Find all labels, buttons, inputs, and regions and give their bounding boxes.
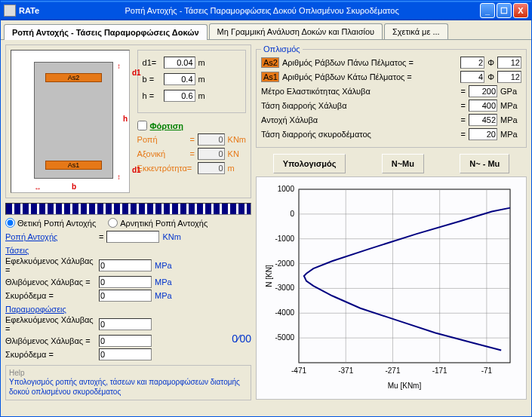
svg-text:-4000: -4000 <box>275 308 294 317</box>
maximize-button[interactable]: ☐ <box>497 3 512 18</box>
cross-section-panel: As2 As1 h b d1 d1 ↕ ↕ ↔ d1= m <box>5 44 251 198</box>
moment-input <box>198 133 225 146</box>
concrete-stress-output <box>99 290 152 302</box>
help-box: Help Υπολογισμός ροπής αντοχής, τάσεων κ… <box>5 365 251 400</box>
loading-box: Φόρτιση Ροπή = KNm Αξονική = KN <box>137 121 246 174</box>
chart-svg: -471-371-271-171-71-5000-4000-3000-2000-… <box>261 182 518 393</box>
compression-steel-label: Θλιβόμενος Χάλυβας = <box>5 277 96 287</box>
compression-strain-label: Θλιβόμενος Χάλυβας = <box>5 336 96 345</box>
neg-moment-radio[interactable]: Αρνητική Ροπή Αντοχής <box>108 218 208 228</box>
tension-steel-output <box>99 259 152 271</box>
titlebar: RATe Ροπή Αντοχής - Τάσεις Παραμορφώσεις… <box>1 1 531 20</box>
help-title: Help <box>9 369 248 377</box>
ecc-unit: m <box>228 164 235 173</box>
interaction-chart: -471-371-271-171-71-5000-4000-3000-2000-… <box>256 176 527 400</box>
moment-label: Ροπή <box>137 135 190 144</box>
b-unit: m <box>198 75 209 84</box>
pos-moment-radio[interactable]: Θετική Ροπή Αντοχής <box>5 218 96 228</box>
tension-strain-label: Εφελκυόμενος Χάλυβας = <box>5 315 96 333</box>
dim-b-label: b <box>72 182 76 191</box>
calculate-button[interactable]: Υπολογισμός <box>273 154 346 173</box>
fc-input[interactable] <box>469 128 497 140</box>
fy-input[interactable] <box>469 100 497 112</box>
n-mu-button[interactable]: N~Mu <box>382 154 424 173</box>
tab-moment-resistance[interactable]: Ροπή Αντοχής - Τάσεις Παραμορφώσεις Δοκώ… <box>4 24 208 40</box>
svg-text:-2000: -2000 <box>275 259 294 268</box>
permil-unit: 0⁄00 <box>232 333 251 345</box>
arrow-icon: ↕ <box>117 62 121 70</box>
moment-sign-radios: Θετική Ροπή Αντοχής Αρνητική Ροπή Αντοχή… <box>5 218 251 228</box>
axial-unit: KN <box>228 149 239 158</box>
bot-bars-diameter-input[interactable] <box>497 71 521 83</box>
ecc-label: Εκκεντρότητα= <box>137 164 198 173</box>
concrete-strain-label: Σκυρόδεμα = <box>5 350 96 359</box>
dim-d1-bot: d1 <box>132 166 141 174</box>
h-label: h = <box>143 91 161 100</box>
loading-checkbox[interactable] <box>137 121 147 130</box>
svg-text:-271: -271 <box>385 366 400 375</box>
beam-diagram: As2 As1 h b d1 d1 ↕ ↕ ↔ <box>11 50 130 193</box>
b-label: b = <box>143 75 161 84</box>
svg-text:0: 0 <box>290 210 294 218</box>
top-bars-label: Αριθμός Ράβδων Πάνω Πέλματος = <box>282 58 457 67</box>
svg-text:1000: 1000 <box>278 185 295 193</box>
dimension-inputs: d1= m b = m h = m <box>137 50 246 113</box>
action-buttons: Υπολογισμός N~Mu N~ - Mu <box>256 151 527 176</box>
d1-label: d1= <box>143 58 161 67</box>
svg-text:-71: -71 <box>481 366 493 375</box>
h-input[interactable] <box>164 90 195 102</box>
tension-steel-label: Εφελκυόμενος Χάλυβας = <box>5 256 96 274</box>
E-label: Μέτρο Ελαστικότητας Χάλυβα <box>261 87 458 96</box>
svg-text:-371: -371 <box>338 366 353 375</box>
arrow-icon: ↕ <box>117 173 121 181</box>
moment-resistance-output <box>106 231 159 243</box>
close-button[interactable]: X <box>513 3 528 18</box>
svg-text:-171: -171 <box>432 366 447 375</box>
as2-tag: As2 <box>261 57 279 68</box>
reinforcement-legend: Οπλισμός <box>261 44 303 54</box>
window-subtitle: Ροπή Αντοχής - Τάσεις Παραμορφώσεις Δοκο… <box>44 6 480 15</box>
fu-label: Αντοχή Χάλυβα <box>261 115 458 124</box>
ra-unit: KNm <box>162 232 180 241</box>
bot-bars-count-input[interactable] <box>460 71 484 83</box>
compression-strain-output <box>99 335 152 347</box>
tension-strain-output <box>99 318 152 330</box>
axial-label: Αξονική <box>137 149 190 158</box>
rebar-bottom-icon: As1 <box>45 161 102 170</box>
top-bars-count-input[interactable] <box>460 57 484 69</box>
fy-label: Τάση διαρροής Χάλυβα <box>261 101 458 110</box>
app-name: RATe <box>19 6 39 15</box>
strains-title: Παραμορφώσεις <box>5 305 251 314</box>
svg-text:-471: -471 <box>291 366 306 375</box>
compression-steel-output <box>99 276 152 288</box>
d1-input[interactable] <box>164 57 195 69</box>
stresses-title: Τάσεις <box>5 246 251 255</box>
as1-tag: As1 <box>261 72 279 82</box>
dim-d1-top: d1 <box>132 69 141 77</box>
app-icon <box>4 5 16 17</box>
svg-text:-5000: -5000 <box>275 333 294 342</box>
fc-label: Τάση διαρροής σκυροδέματος <box>261 130 458 139</box>
E-input[interactable] <box>469 85 497 97</box>
svg-text:Mu [KNm]: Mu [KNm] <box>388 382 422 390</box>
minimize-button[interactable]: _ <box>480 3 495 18</box>
h-unit: m <box>198 91 209 100</box>
n-neg-mu-button[interactable]: N~ - Mu <box>460 154 509 173</box>
bot-bars-label: Αριθμός Ράβδων Κάτω Πέλματος = <box>282 72 457 81</box>
dim-h-label: h <box>123 115 128 123</box>
tab-bar: Ροπή Αντοχής - Τάσεις Παραμορφώσεις Δοκώ… <box>1 20 531 40</box>
d1-unit: m <box>198 58 209 67</box>
progress-bar <box>5 203 251 215</box>
rebar-top-icon: As2 <box>45 73 102 82</box>
loading-title: Φόρτιση <box>150 121 183 130</box>
top-bars-diameter-input[interactable] <box>497 57 521 69</box>
svg-text:-3000: -3000 <box>275 284 294 292</box>
fu-input[interactable] <box>469 114 497 126</box>
tab-about[interactable]: Σχετικά με ... <box>384 23 448 39</box>
concrete-strain-output <box>99 348 152 360</box>
b-input[interactable] <box>164 73 195 85</box>
svg-text:N [KN]: N [KN] <box>265 265 273 287</box>
axial-input <box>198 148 225 160</box>
tab-nonlinear-analysis[interactable]: Μη Γραμμική Ανάλυση Δοκών και Πλαισίου <box>209 23 383 39</box>
help-text: Υπολογισμός ροπής αντοχής, τάσεων και πα… <box>9 377 248 397</box>
